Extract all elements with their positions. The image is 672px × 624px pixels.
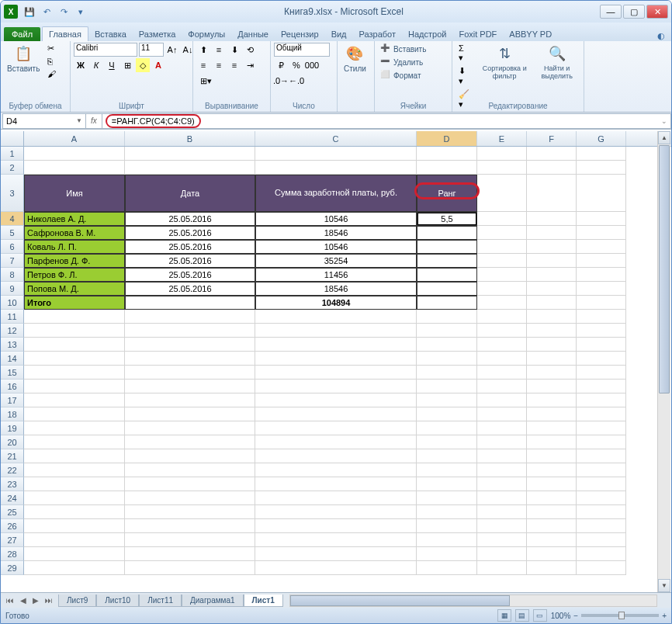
- cell[interactable]: [24, 435, 125, 449]
- cell[interactable]: [577, 393, 626, 407]
- cell[interactable]: [417, 435, 477, 449]
- cell[interactable]: [577, 407, 626, 421]
- cell[interactable]: [477, 463, 527, 477]
- row-header[interactable]: 21: [1, 449, 24, 463]
- cell[interactable]: [125, 519, 255, 533]
- cell[interactable]: [24, 547, 125, 561]
- tab-addins[interactable]: Надстрой: [402, 27, 452, 41]
- cell[interactable]: [24, 519, 125, 533]
- cell[interactable]: [255, 533, 417, 547]
- cell[interactable]: 11456: [255, 268, 417, 282]
- cell[interactable]: [527, 254, 577, 268]
- cell[interactable]: [577, 310, 626, 324]
- tab-formulas[interactable]: Формулы: [182, 27, 231, 41]
- row-header[interactable]: 10: [1, 296, 24, 310]
- cell[interactable]: [125, 393, 255, 407]
- cell[interactable]: [125, 296, 255, 310]
- cell[interactable]: [577, 226, 626, 240]
- increase-font-icon[interactable]: A↑: [165, 43, 179, 57]
- cell[interactable]: [477, 505, 527, 519]
- increase-decimal-icon[interactable]: .0→: [274, 74, 288, 88]
- cell[interactable]: [477, 226, 527, 240]
- cut-icon[interactable]: ✂: [44, 43, 59, 54]
- merge-icon[interactable]: ⊞▾: [196, 74, 216, 88]
- cell[interactable]: [477, 175, 527, 212]
- cell[interactable]: [527, 310, 577, 324]
- cell[interactable]: [125, 380, 255, 393]
- cell[interactable]: [577, 296, 626, 310]
- find-select-button[interactable]: 🔍 Найти и выделить: [533, 43, 580, 81]
- cell[interactable]: [577, 254, 626, 268]
- cell[interactable]: [527, 561, 577, 575]
- cell[interactable]: [527, 407, 577, 421]
- cell[interactable]: [477, 393, 527, 407]
- cell[interactable]: [417, 282, 477, 296]
- cell[interactable]: [527, 421, 577, 435]
- tab-abbyy[interactable]: ABBYY PD: [503, 27, 558, 41]
- cell[interactable]: [255, 324, 417, 338]
- scroll-up-icon[interactable]: ▲: [658, 131, 670, 144]
- name-box-dropdown-icon[interactable]: ▼: [76, 117, 82, 124]
- cell[interactable]: 35254: [255, 254, 417, 268]
- cell[interactable]: [527, 519, 577, 533]
- cell[interactable]: [24, 380, 125, 393]
- row-header[interactable]: 18: [1, 407, 24, 421]
- align-center-icon[interactable]: ≡: [212, 58, 226, 72]
- cell[interactable]: [24, 421, 125, 435]
- italic-icon[interactable]: К: [89, 58, 103, 72]
- cell[interactable]: [527, 449, 577, 463]
- zoom-level[interactable]: 100%: [551, 612, 571, 620]
- font-size-combo[interactable]: 11: [139, 43, 164, 57]
- hscroll-thumb[interactable]: [290, 595, 510, 606]
- cell[interactable]: [477, 407, 527, 421]
- cell[interactable]: [477, 282, 527, 296]
- cell[interactable]: [527, 296, 577, 310]
- cell[interactable]: [24, 352, 125, 366]
- page-break-icon[interactable]: ▭: [533, 609, 547, 622]
- scroll-down-icon[interactable]: ▼: [658, 579, 670, 592]
- cell[interactable]: [125, 161, 255, 175]
- cell[interactable]: [577, 547, 626, 561]
- cell[interactable]: [527, 533, 577, 547]
- col-b-header[interactable]: B: [125, 131, 255, 146]
- cell[interactable]: [125, 324, 255, 338]
- vertical-scrollbar[interactable]: ▲ ▼: [657, 131, 670, 592]
- save-icon[interactable]: 💾: [23, 5, 36, 19]
- cell[interactable]: 5,5: [417, 212, 477, 226]
- close-button[interactable]: ✕: [646, 5, 668, 19]
- row-header[interactable]: 28: [1, 547, 24, 561]
- row-header[interactable]: 19: [1, 421, 24, 435]
- tab-home[interactable]: Главная: [42, 26, 88, 41]
- cell[interactable]: [577, 324, 626, 338]
- cell[interactable]: [477, 338, 527, 352]
- zoom-out-icon[interactable]: −: [573, 612, 578, 620]
- cell[interactable]: [577, 491, 626, 505]
- fill-color-icon[interactable]: ◇: [136, 58, 150, 72]
- underline-icon[interactable]: Ч: [105, 58, 119, 72]
- cell[interactable]: [417, 519, 477, 533]
- nav-prev-icon[interactable]: ◀: [18, 596, 29, 605]
- tab-layout[interactable]: Разметка: [133, 27, 182, 41]
- cell[interactable]: 104894: [255, 296, 417, 310]
- cell[interactable]: [417, 561, 477, 575]
- sort-filter-button[interactable]: ⇅ Сортировка и фильтр: [477, 43, 532, 81]
- normal-view-icon[interactable]: ▦: [497, 609, 511, 622]
- font-name-combo[interactable]: Calibri: [74, 43, 137, 57]
- cell[interactable]: Итого: [24, 296, 125, 310]
- cell[interactable]: Ранг: [417, 175, 477, 212]
- cell[interactable]: Коваль Л. П.: [24, 240, 125, 254]
- format-cells-button[interactable]: ⬜Формат: [378, 69, 428, 81]
- zoom-in-icon[interactable]: +: [662, 612, 667, 620]
- cell[interactable]: [577, 435, 626, 449]
- cell[interactable]: [255, 477, 417, 491]
- cell[interactable]: [417, 268, 477, 282]
- row-header[interactable]: 1: [1, 147, 24, 161]
- minimize-button[interactable]: —: [600, 5, 622, 19]
- cell[interactable]: [255, 352, 417, 366]
- cell[interactable]: Дата: [125, 175, 255, 212]
- cell[interactable]: 25.05.2016: [125, 282, 255, 296]
- cell[interactable]: Петров Ф. Л.: [24, 268, 125, 282]
- cell[interactable]: [477, 435, 527, 449]
- cell[interactable]: [477, 254, 527, 268]
- cell[interactable]: [577, 463, 626, 477]
